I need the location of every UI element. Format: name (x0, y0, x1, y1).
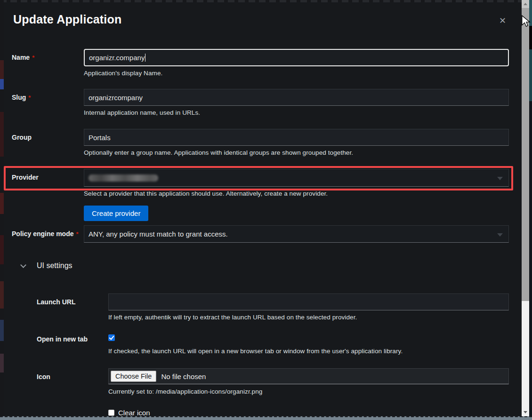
clear-icon-label: Clear icon (118, 409, 150, 416)
text-cursor (145, 54, 145, 62)
arrow-down-icon (524, 411, 527, 413)
policy-engine-mode-label: Policy engine mode* (12, 225, 84, 243)
field-row-group: Group Optionally enter a group name. App… (12, 129, 509, 156)
field-row-launch-url: Launch URL If left empty, authentik will… (37, 293, 509, 321)
launch-url-input[interactable] (108, 293, 509, 310)
background-page-bottom-edge (0, 416, 532, 420)
chevron-down-icon (497, 177, 503, 180)
background-fragment (0, 235, 4, 264)
scroll-down-button[interactable] (522, 408, 529, 416)
field-row-name: Name* organizr.company Application's dis… (12, 49, 509, 77)
icon-label: Icon (37, 368, 108, 395)
slug-label: Slug* (12, 89, 84, 116)
chevron-down-icon (497, 233, 503, 237)
background-page-left-edge (0, 0, 4, 420)
ui-settings-header: UI settings (37, 262, 73, 270)
launch-url-label: Launch URL (37, 293, 108, 321)
provider-label: Provider (12, 169, 84, 221)
open-in-new-tab-checkbox[interactable] (108, 334, 115, 341)
field-row-open-in-new-tab: Open in new tab If checked, the launch U… (37, 333, 509, 355)
launch-url-help-text: If left empty, authentik will try to ext… (108, 314, 509, 321)
name-input[interactable]: organizr.company (84, 49, 509, 66)
vertical-scrollbar[interactable] (522, 0, 529, 416)
background-fragment (0, 281, 4, 309)
choose-file-button[interactable]: Choose File (111, 371, 156, 382)
arrow-up-icon (524, 3, 527, 5)
name-help-text: Application's display Name. (84, 70, 509, 77)
required-asterisk: * (28, 94, 31, 101)
background-fragment (0, 354, 4, 372)
field-row-provider: Provider Select a provider that this app… (12, 169, 509, 221)
modal-title: Update Application (13, 13, 121, 26)
background-fragment (0, 79, 4, 89)
scrollbar-thumb[interactable] (522, 8, 529, 301)
policy-engine-mode-select[interactable]: ANY, any policy must match to grant acce… (84, 225, 509, 243)
group-input[interactable] (84, 129, 509, 146)
background-fragment (0, 320, 4, 341)
background-fragment (0, 193, 4, 214)
field-row-slug: Slug* Internal application name, used in… (12, 89, 509, 116)
field-row-icon: Icon Choose File No file chosen Currentl… (37, 368, 509, 395)
provider-value-redacted (89, 174, 158, 182)
icon-file-input[interactable]: Choose File No file chosen (108, 368, 509, 384)
provider-help-text: Select a provider that this application … (84, 190, 509, 197)
background-fragment (529, 26, 532, 49)
required-asterisk: * (76, 230, 78, 238)
update-application-modal: Update Application ✕ Name* organizr.comp… (4, 2, 522, 416)
group-label: Group (12, 129, 84, 156)
chevron-down-icon (20, 262, 26, 268)
create-provider-button[interactable]: Create provider (84, 206, 148, 221)
icon-help-text: Currently set to: /media/application-ico… (108, 388, 509, 395)
ui-settings-toggle[interactable]: UI settings (21, 262, 73, 270)
background-page-right-edge (529, 0, 532, 416)
scroll-up-button[interactable] (522, 0, 529, 8)
slug-help-text: Internal application name, used in URLs. (84, 109, 509, 116)
mouse-cursor (521, 15, 531, 29)
group-help-text: Optionally enter a group name. Applicati… (84, 149, 509, 156)
background-fragment (0, 60, 4, 79)
background-fragment (0, 112, 4, 157)
clear-icon-checkbox[interactable] (108, 410, 114, 416)
required-asterisk: * (32, 54, 34, 61)
field-row-policy-engine-mode: Policy engine mode* ANY, any policy must… (12, 225, 509, 243)
open-in-new-tab-help-text: If checked, the launch URL will open in … (108, 348, 509, 355)
file-status-text: No file chosen (161, 372, 206, 380)
slug-input[interactable] (84, 89, 509, 106)
name-label: Name* (12, 49, 84, 77)
provider-select[interactable] (84, 169, 509, 187)
open-in-new-tab-label: Open in new tab (37, 333, 108, 355)
close-icon[interactable]: ✕ (497, 14, 508, 28)
background-fragment (529, 49, 532, 101)
field-row-clear-icon: Clear icon (108, 409, 150, 416)
